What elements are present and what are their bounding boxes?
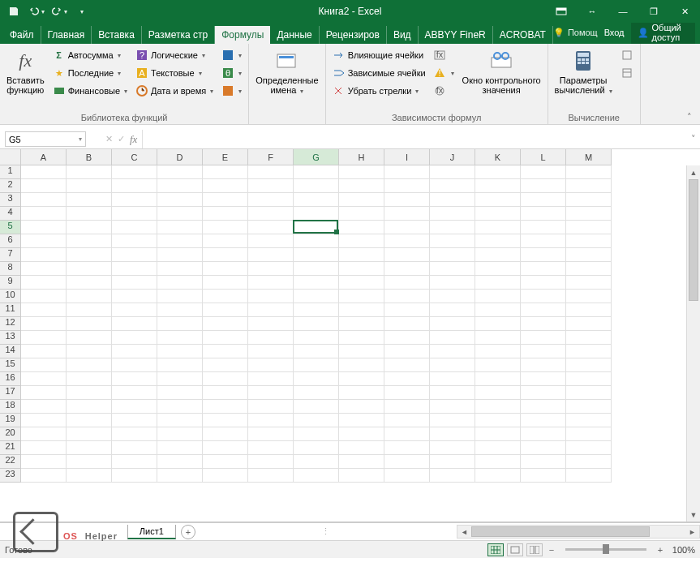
new-sheet-button[interactable]: + xyxy=(181,525,195,539)
cell[interactable] xyxy=(521,303,566,317)
datetime-button[interactable]: Дата и время▾ xyxy=(132,82,217,100)
row-header[interactable]: 7 xyxy=(0,248,21,262)
cell[interactable] xyxy=(67,469,112,483)
cell[interactable] xyxy=(67,303,112,317)
cell[interactable] xyxy=(157,469,203,483)
cell[interactable] xyxy=(475,358,521,372)
cell[interactable] xyxy=(566,414,612,427)
tab-pagelayout[interactable]: Разметка стр xyxy=(142,26,215,44)
collapse-ribbon-icon[interactable]: ˄ xyxy=(682,111,697,122)
cell[interactable] xyxy=(112,234,157,248)
cell[interactable] xyxy=(157,372,203,386)
cell[interactable] xyxy=(157,386,203,400)
cell[interactable] xyxy=(248,290,294,303)
cell[interactable] xyxy=(294,317,339,331)
cell[interactable] xyxy=(294,427,339,441)
row-header[interactable]: 16 xyxy=(0,372,21,386)
cell[interactable] xyxy=(21,165,67,179)
cell[interactable] xyxy=(21,221,67,234)
cell[interactable] xyxy=(67,331,112,345)
cell[interactable] xyxy=(521,441,566,455)
cell[interactable] xyxy=(294,331,339,345)
scroll-left-icon[interactable]: ◄ xyxy=(457,528,471,536)
cell[interactable] xyxy=(203,165,248,179)
cell[interactable] xyxy=(430,317,475,331)
restore-button[interactable]: ❐ xyxy=(638,0,669,23)
cell[interactable] xyxy=(112,290,157,303)
tab-acrobat[interactable]: ACROBAT xyxy=(493,26,553,44)
cell[interactable] xyxy=(21,193,67,207)
cell[interactable] xyxy=(521,414,566,427)
cell[interactable] xyxy=(21,179,67,193)
cell[interactable] xyxy=(430,207,475,221)
cell[interactable] xyxy=(339,221,384,234)
cell[interactable] xyxy=(67,414,112,427)
cell[interactable] xyxy=(339,317,384,331)
scroll-thumb[interactable] xyxy=(471,526,650,537)
cell[interactable] xyxy=(203,248,248,262)
watch-window-button[interactable]: Окно контрольного значения xyxy=(459,46,544,97)
cell[interactable] xyxy=(384,290,430,303)
sign-in-link[interactable]: Вход xyxy=(604,28,625,37)
cell[interactable] xyxy=(430,441,475,455)
touch-mode-icon[interactable]: ↔ xyxy=(577,0,608,23)
row-header[interactable]: 18 xyxy=(0,400,21,414)
cell[interactable] xyxy=(248,414,294,427)
cell[interactable] xyxy=(475,165,521,179)
cell[interactable] xyxy=(294,276,339,290)
cell[interactable] xyxy=(248,165,294,179)
cell[interactable] xyxy=(339,331,384,345)
cell[interactable] xyxy=(112,317,157,331)
cell[interactable] xyxy=(248,248,294,262)
cell[interactable] xyxy=(475,455,521,469)
cell[interactable] xyxy=(521,234,566,248)
column-header[interactable]: D xyxy=(157,149,203,165)
column-header[interactable]: L xyxy=(521,149,566,165)
cell[interactable] xyxy=(475,234,521,248)
cell[interactable] xyxy=(21,345,67,358)
cell[interactable] xyxy=(475,303,521,317)
cell[interactable] xyxy=(430,193,475,207)
cell[interactable] xyxy=(67,441,112,455)
cell[interactable] xyxy=(339,234,384,248)
cell[interactable] xyxy=(566,441,612,455)
cell[interactable] xyxy=(475,414,521,427)
cell[interactable] xyxy=(384,427,430,441)
tell-me-input[interactable]: 💡Помощ xyxy=(553,28,598,38)
row-header[interactable]: 2 xyxy=(0,179,21,193)
cell[interactable] xyxy=(203,317,248,331)
cell[interactable] xyxy=(339,207,384,221)
cell[interactable] xyxy=(294,303,339,317)
cell[interactable] xyxy=(294,400,339,414)
cell[interactable] xyxy=(294,221,339,234)
cell[interactable] xyxy=(566,207,612,221)
cell[interactable] xyxy=(566,331,612,345)
remove-arrows-button[interactable]: Убрать стрелки▾ xyxy=(329,82,429,100)
ribbon-display-icon[interactable] xyxy=(546,0,577,23)
cell[interactable] xyxy=(384,303,430,317)
calc-now-button[interactable] xyxy=(617,46,637,64)
zoom-in-button[interactable]: + xyxy=(655,545,666,555)
cell[interactable] xyxy=(475,207,521,221)
cell[interactable] xyxy=(430,262,475,276)
cell[interactable] xyxy=(430,427,475,441)
column-header[interactable]: E xyxy=(203,149,248,165)
cell[interactable] xyxy=(521,179,566,193)
row-header[interactable]: 11 xyxy=(0,303,21,317)
row-header[interactable]: 1 xyxy=(0,165,21,179)
cell[interactable] xyxy=(430,331,475,345)
cell[interactable] xyxy=(157,400,203,414)
cell[interactable] xyxy=(566,455,612,469)
minimize-button[interactable]: — xyxy=(608,0,638,23)
cell[interactable] xyxy=(248,345,294,358)
cell[interactable] xyxy=(475,427,521,441)
cell[interactable] xyxy=(67,221,112,234)
cell[interactable] xyxy=(475,221,521,234)
cell[interactable] xyxy=(112,414,157,427)
cell[interactable] xyxy=(294,345,339,358)
cell[interactable] xyxy=(67,165,112,179)
show-formulas-button[interactable]: fx xyxy=(431,46,457,64)
cell[interactable] xyxy=(21,455,67,469)
column-header[interactable]: K xyxy=(475,149,521,165)
cell[interactable] xyxy=(521,290,566,303)
